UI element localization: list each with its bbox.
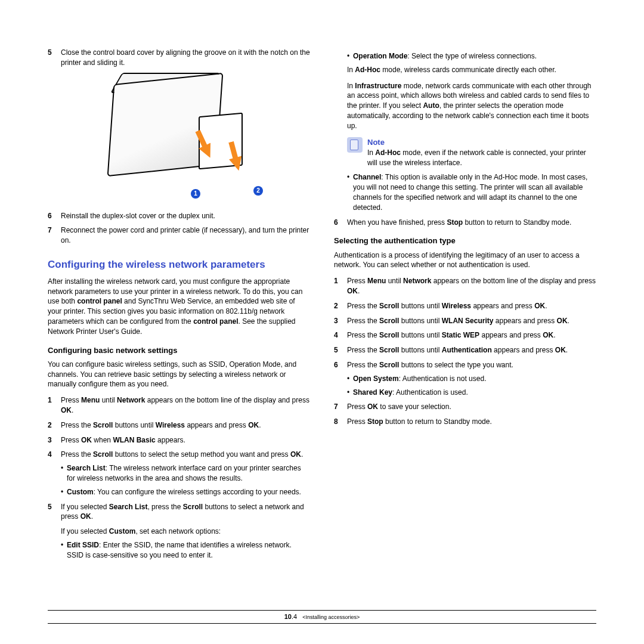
callout-1: 1	[191, 189, 200, 199]
auth-step-4: 4 Press the Scroll buttons until Static …	[334, 330, 596, 340]
auth-intro: Authentication is a process of identifyi…	[334, 250, 596, 271]
intro-paragraph: After installing the wireless network ca…	[48, 277, 310, 337]
note-text: In Ad-Hoc mode, even if the network cabl…	[367, 148, 596, 168]
auth-step-2: 2 Press the Scroll buttons until Wireles…	[334, 301, 596, 311]
infra-para: In Infrastructure mode, network cards co…	[347, 81, 596, 131]
basic-step-5: 5 If you selected Search List, press the…	[48, 502, 310, 561]
step-7: 7 Reconnect the power cord and printer c…	[48, 225, 310, 246]
callout-2: 2	[253, 186, 263, 196]
auth-step-5: 5 Press the Scroll buttons until Authent…	[334, 345, 596, 355]
opmode-bullet: •Operation Mode: Select the type of wire…	[347, 51, 596, 61]
auth-step-7: 7 Press OK to save your selection.	[334, 402, 596, 412]
heading-auth: Selecting the authentication type	[334, 236, 596, 246]
adhoc-para: In Ad-Hoc mode, wireless cards communica…	[347, 65, 596, 75]
note-block: Note In Ad-Hoc mode, even if the network…	[347, 137, 596, 168]
left-column: 5 Close the control board cover by align…	[48, 48, 310, 565]
basic-step-4: 4 Press the Scroll buttons to select the…	[48, 450, 310, 497]
note-label: Note	[367, 137, 596, 148]
basic-intro: You can configure basic wireless setting…	[48, 360, 310, 389]
auth-step-8: 8 Press Stop button to return to Standby…	[334, 417, 596, 427]
auth-step-1: 1 Press Menu until Network appears on th…	[334, 276, 596, 296]
right-column: •Operation Mode: Select the type of wire…	[334, 48, 596, 565]
basic-step-2: 2 Press the Scroll buttons until Wireles…	[48, 420, 310, 431]
note-icon	[347, 137, 363, 153]
page-footer: 10.4 <Installing accessories>	[48, 610, 596, 624]
heading-config-wireless: Configuring the wireless network paramet…	[48, 258, 310, 272]
auth-step-3: 3 Press the Scroll buttons until WLAN Se…	[334, 316, 596, 326]
basic-step-1: 1 Press Menu until Network appears on th…	[48, 395, 310, 416]
step-6: 6 Reinstall the duplex-slot cover or the…	[48, 211, 310, 221]
printer-diagram: 1 2	[98, 73, 259, 204]
heading-basic-settings: Configuring basic network settings	[48, 345, 310, 356]
basic-step-3: 3 Press OK when WLAN Basic appears.	[48, 435, 310, 445]
channel-bullet: •Channel: This option is available only …	[347, 172, 596, 212]
right-step-6: 6 When you have finished, press Stop but…	[334, 218, 596, 228]
step-5: 5 Close the control board cover by align…	[48, 48, 310, 68]
auth-step-6: 6 Press the Scroll buttons to select the…	[334, 360, 596, 397]
